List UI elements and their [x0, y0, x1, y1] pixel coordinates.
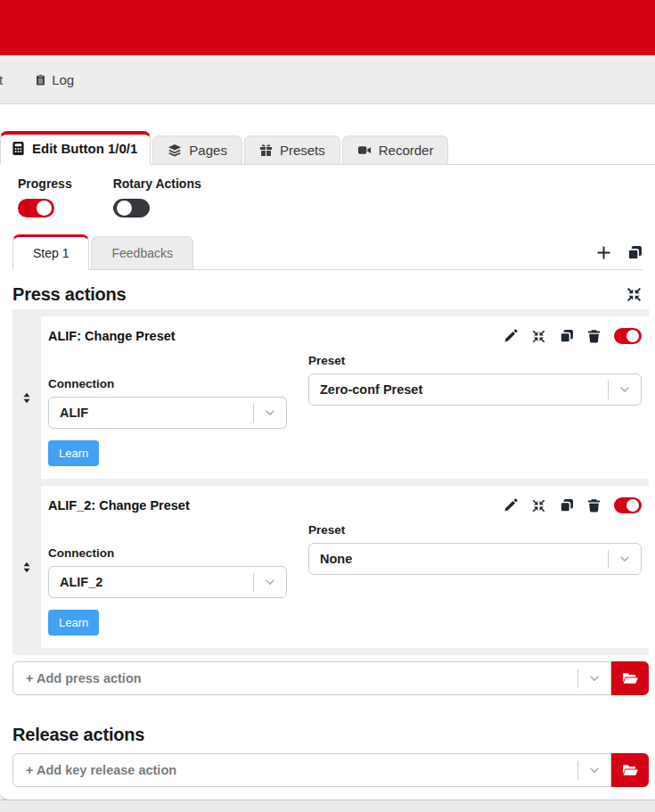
- preset-label: Preset: [308, 354, 642, 367]
- tab-presets[interactable]: Presets: [244, 135, 340, 164]
- sort-icon: [20, 391, 33, 405]
- add-press-action-row: + Add press action: [12, 661, 649, 695]
- collapse-all-button[interactable]: [626, 286, 643, 303]
- clone-icon: [560, 498, 574, 513]
- browse-release-actions-button[interactable]: [611, 753, 649, 787]
- rotary-toggle[interactable]: [113, 199, 150, 217]
- action-title: ALIF_2: Change Preset: [48, 498, 490, 513]
- layers-icon: [168, 144, 182, 158]
- toggle-knob: [37, 201, 52, 216]
- calculator-icon: [12, 142, 25, 155]
- chevron-down-icon: [609, 553, 641, 565]
- app-header-bar: [0, 0, 655, 55]
- tab-label: Recorder: [379, 143, 434, 158]
- tab-pages[interactable]: Pages: [152, 135, 242, 164]
- learn-button[interactable]: Learn: [48, 610, 99, 636]
- tab-recorder[interactable]: Recorder: [342, 135, 449, 164]
- edit-action-button[interactable]: [504, 329, 518, 343]
- clone-icon: [560, 329, 574, 343]
- preset-select[interactable]: None: [308, 543, 642, 575]
- main-tab-bar: Edit Button 1/0/1 Pages: [0, 131, 655, 165]
- clipboard-icon: [35, 73, 46, 86]
- step-tab-bar: Step 1 Feedbacks: [12, 234, 643, 270]
- folder-open-icon: [622, 764, 639, 777]
- add-release-action-placeholder: + Add key release action: [13, 763, 577, 777]
- toggle-knob: [626, 330, 639, 342]
- bottom-panel-strip: [0, 800, 655, 812]
- duplicate-step-button[interactable]: [627, 245, 643, 260]
- edit-action-button[interactable]: [504, 498, 518, 513]
- action-card-alif: ALIF: Change Preset: [12, 316, 649, 479]
- connection-value: ALIF: [49, 406, 253, 420]
- clipped-nav-item[interactable]: t: [0, 72, 3, 87]
- tab-label: Pages: [189, 143, 227, 158]
- action-title: ALIF: Change Preset: [48, 329, 490, 343]
- press-actions-title: Press actions: [12, 284, 126, 305]
- compress-icon: [531, 498, 546, 513]
- add-release-action-select[interactable]: + Add key release action: [12, 753, 611, 787]
- tab-step-1[interactable]: Step 1: [12, 234, 89, 270]
- trash-icon: [587, 329, 601, 343]
- tab-label: Feedbacks: [111, 246, 172, 260]
- tab-label: Presets: [280, 143, 325, 158]
- action-card-alif-2: ALIF_2: Change Preset: [12, 486, 649, 648]
- add-press-action-select[interactable]: + Add press action: [12, 661, 611, 695]
- progress-option: Progress: [18, 176, 72, 217]
- nav-item-log[interactable]: Log: [35, 72, 74, 87]
- sort-icon: [20, 561, 33, 574]
- press-actions-list: ALIF: Change Preset: [12, 309, 649, 655]
- trash-icon: [587, 498, 601, 513]
- connection-label: Connection: [48, 377, 287, 390]
- gift-icon: [259, 144, 273, 157]
- compress-icon: [531, 329, 546, 344]
- action-card-header: ALIF: Change Preset: [48, 328, 642, 344]
- toggle-knob: [117, 201, 132, 216]
- learn-button[interactable]: Learn: [48, 440, 99, 466]
- action-enabled-toggle[interactable]: [614, 497, 642, 513]
- plus-icon: [596, 245, 611, 260]
- connection-select[interactable]: ALIF_2: [48, 566, 287, 598]
- connection-field: Connection ALIF Learn: [48, 377, 287, 466]
- release-actions-header: Release actions: [12, 725, 643, 745]
- action-card-content: ALIF: Change Preset: [41, 316, 649, 479]
- chevron-down-icon: [609, 383, 641, 396]
- progress-label: Progress: [18, 176, 72, 191]
- add-step-button[interactable]: [596, 245, 611, 260]
- preset-value: Zero-conf Preset: [309, 382, 608, 397]
- duplicate-action-button[interactable]: [560, 498, 574, 513]
- tab-label: Edit Button 1/0/1: [32, 141, 137, 156]
- chevron-down-icon: [254, 406, 286, 419]
- connection-label: Connection: [48, 546, 287, 560]
- preset-select[interactable]: Zero-conf Preset: [308, 373, 642, 406]
- press-actions-header: Press actions: [12, 284, 643, 305]
- connection-select[interactable]: ALIF: [48, 397, 287, 429]
- action-card-body: Connection ALIF_2 Learn Preset: [48, 523, 642, 636]
- delete-action-button[interactable]: [587, 498, 601, 513]
- pencil-icon: [504, 498, 518, 513]
- tab-label: Step 1: [33, 246, 69, 260]
- folder-open-icon: [622, 672, 639, 685]
- preset-field: Preset Zero-conf Preset: [308, 354, 642, 466]
- release-actions-title: Release actions: [12, 725, 144, 745]
- tab-feedbacks[interactable]: Feedbacks: [91, 236, 192, 269]
- top-nav: t Log: [0, 55, 655, 104]
- chevron-down-icon: [254, 576, 286, 588]
- duplicate-action-button[interactable]: [560, 329, 574, 343]
- progress-toggle[interactable]: [18, 199, 54, 217]
- clone-icon: [627, 245, 643, 260]
- drag-handle[interactable]: [12, 486, 41, 648]
- video-icon: [357, 144, 372, 157]
- drag-handle[interactable]: [12, 316, 41, 479]
- connection-value: ALIF_2: [49, 575, 253, 589]
- chevron-down-icon: [578, 672, 610, 685]
- preset-value: None: [309, 552, 608, 566]
- connection-field: Connection ALIF_2 Learn: [48, 546, 287, 636]
- button-options-row: Progress Rotary Actions: [0, 165, 655, 217]
- collapse-action-button[interactable]: [531, 329, 546, 344]
- collapse-action-button[interactable]: [531, 498, 546, 513]
- delete-action-button[interactable]: [587, 329, 601, 343]
- action-enabled-toggle[interactable]: [614, 328, 642, 344]
- browse-press-actions-button[interactable]: [611, 661, 649, 695]
- action-card-content: ALIF_2: Change Preset: [41, 486, 649, 648]
- tab-edit-button[interactable]: Edit Button 1/0/1: [0, 131, 151, 165]
